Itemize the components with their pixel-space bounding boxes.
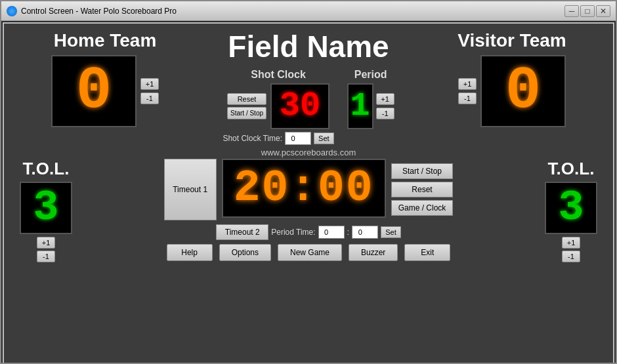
visitor-score-display: 0: [480, 55, 566, 127]
field-name: Field Name: [228, 30, 389, 64]
home-tol-buttons: +1 -1: [37, 237, 55, 262]
period-time-row: Period Time: : Set: [271, 226, 401, 239]
home-tol-minus-button[interactable]: -1: [37, 251, 55, 262]
visitor-tol-minus-button[interactable]: -1: [562, 251, 580, 262]
app-icon: [7, 6, 17, 16]
home-tol-label: T.O.L.: [23, 159, 70, 179]
home-tol-plus-button[interactable]: +1: [37, 237, 55, 249]
shot-clock-buttons: Reset Start / Stop: [227, 93, 266, 119]
home-score-digit: 0: [76, 62, 112, 121]
shot-clock-startstop-button[interactable]: Start / Stop: [227, 107, 266, 119]
visitor-score-row: +1 -1 0: [458, 55, 566, 127]
shot-clock-section: Shot Clock Reset Start / Stop 30 Shot Cl…: [223, 69, 333, 145]
home-score-display: 0: [51, 55, 137, 127]
period-time-set-button[interactable]: Set: [381, 226, 401, 238]
period-minus-button[interactable]: -1: [376, 108, 394, 119]
window-title: Control Screen - Water Polo Scoreboard P…: [21, 7, 177, 16]
period-time-min-input[interactable]: [318, 226, 345, 239]
clocks-row: Shot Clock Reset Start / Stop 30 Shot Cl…: [223, 69, 394, 145]
home-tol-value: 3: [33, 184, 58, 232]
options-button[interactable]: Options: [219, 244, 271, 261]
clock-controls: Start / Stop Reset Game / Clock: [391, 159, 454, 220]
clock-reset-button[interactable]: Reset: [391, 182, 454, 197]
new-game-button[interactable]: New Game: [278, 244, 342, 261]
main-content: Home Team 0 +1 -1 Field Name Shot Clock: [3, 22, 614, 364]
clock-startstop-button[interactable]: Start / Stop: [391, 163, 454, 179]
shot-clock-label: Shot Clock: [251, 69, 306, 81]
period-section: Period 1 +1 -1: [347, 69, 394, 129]
shot-clock-time-input[interactable]: [285, 132, 311, 145]
game-clock-button[interactable]: Game / Clock: [391, 200, 454, 216]
shot-clock-set-button[interactable]: Set: [314, 132, 334, 144]
game-clock-section: Timeout 1 20:00 Start / Stop Reset Game …: [79, 159, 538, 261]
exit-button[interactable]: Exit: [404, 244, 450, 261]
home-team-section: Home Team 0 +1 -1: [13, 30, 197, 127]
period-display: 1: [347, 83, 373, 129]
home-team-name: Home Team: [54, 30, 157, 51]
shot-clock-set-row: Shot Clock Time: Set: [223, 132, 333, 145]
visitor-team-section: Visitor Team +1 -1 0: [420, 30, 604, 127]
website-label: www.pcscoreboards.com: [13, 148, 604, 157]
maximize-button[interactable]: □: [580, 5, 595, 17]
period-label: Period: [354, 69, 387, 81]
game-clock-value: 20:00: [234, 163, 374, 213]
visitor-tol-label: T.O.L.: [548, 159, 595, 179]
timeout2-button[interactable]: Timeout 2: [216, 224, 268, 240]
home-tol-section: T.O.L. 3 +1 -1: [13, 159, 79, 262]
window-controls: ─ □ ✕: [564, 5, 610, 17]
period-inner: 1 +1 -1: [347, 83, 394, 129]
shot-clock-reset-button[interactable]: Reset: [227, 93, 266, 105]
period-time-label: Period Time:: [271, 228, 315, 237]
period-time-sec-input[interactable]: [352, 226, 378, 239]
period-buttons: +1 -1: [376, 93, 394, 119]
visitor-score-buttons: +1 -1: [458, 78, 477, 104]
home-score-plus-button[interactable]: +1: [140, 78, 159, 90]
home-tol-display: 3: [20, 182, 72, 234]
home-score-row: 0 +1 -1: [51, 55, 159, 127]
buzzer-button[interactable]: Buzzer: [349, 244, 398, 261]
visitor-team-name: Visitor Team: [457, 30, 566, 51]
visitor-tol-buttons: +1 -1: [562, 237, 580, 262]
period-value: 1: [351, 87, 370, 125]
title-bar: Control Screen - Water Polo Scoreboard P…: [1, 1, 616, 21]
shot-clock-value: 30: [280, 87, 320, 125]
visitor-tol-display: 3: [545, 182, 597, 234]
shot-clock-inner: Reset Start / Stop 30: [227, 83, 330, 129]
game-clock-display: 20:00: [222, 159, 386, 218]
home-score-buttons: +1 -1: [140, 78, 159, 104]
visitor-tol-plus-button[interactable]: +1: [562, 237, 580, 249]
visitor-score-plus-button[interactable]: +1: [458, 78, 477, 90]
close-button[interactable]: ✕: [596, 5, 610, 17]
period-plus-button[interactable]: +1: [376, 93, 394, 105]
minimize-button[interactable]: ─: [564, 5, 579, 17]
bottom-section: T.O.L. 3 +1 -1 Timeout 1 20:00 Start / S…: [13, 159, 604, 262]
visitor-tol-section: T.O.L. 3 +1 -1: [538, 159, 604, 262]
home-score-minus-button[interactable]: -1: [140, 92, 159, 104]
visitor-score-digit: 0: [505, 62, 541, 121]
shot-clock-display: 30: [270, 83, 330, 129]
colon-separator: :: [347, 227, 350, 237]
footer-buttons: Help Options New Game Buzzer Exit: [167, 244, 451, 261]
timeout-row: Timeout 1 20:00 Start / Stop Reset Game …: [164, 159, 454, 220]
timeout1-button[interactable]: Timeout 1: [164, 159, 217, 220]
shot-clock-time-label: Shot Clock Time:: [223, 134, 282, 143]
top-section: Home Team 0 +1 -1 Field Name Shot Clock: [13, 30, 604, 145]
visitor-tol-value: 3: [558, 184, 584, 232]
visitor-score-minus-button[interactable]: -1: [458, 92, 477, 104]
help-button[interactable]: Help: [167, 244, 213, 261]
center-section: Field Name Shot Clock Reset Start / Stop…: [197, 30, 420, 145]
